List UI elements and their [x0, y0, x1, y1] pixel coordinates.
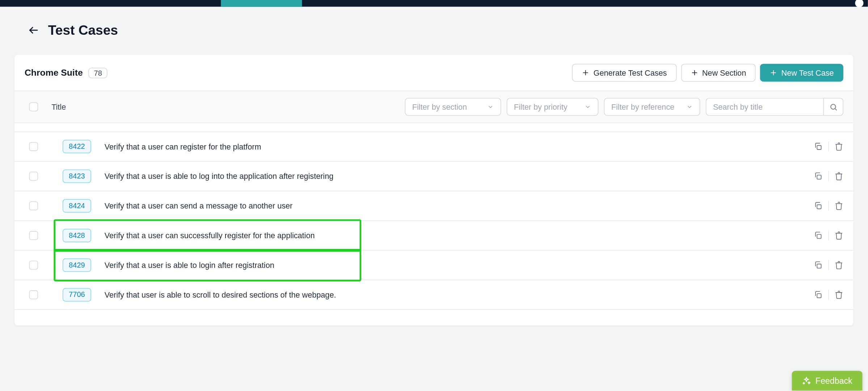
back-arrow-icon[interactable] [28, 25, 39, 36]
row-checkbox[interactable] [29, 261, 38, 270]
search-input[interactable] [706, 98, 823, 115]
filter-priority-select[interactable]: Filter by priority [507, 98, 598, 115]
filter-section-placeholder: Filter by section [412, 102, 467, 112]
column-header-title: Title [51, 102, 66, 112]
card-footer [14, 310, 854, 325]
active-nav-indicator [221, 0, 302, 7]
new-section-button[interactable]: New Section [681, 64, 755, 81]
test-case-id-chip[interactable]: 8424 [63, 199, 91, 213]
trash-icon[interactable] [834, 261, 843, 270]
filter-priority-placeholder: Filter by priority [514, 102, 568, 112]
search-wrap [706, 98, 843, 115]
trash-icon[interactable] [834, 231, 843, 240]
plus-icon [770, 69, 778, 77]
table-row[interactable]: 7706Verify that user is able to scroll t… [14, 280, 854, 310]
generate-test-cases-button[interactable]: Generate Test Cases [572, 64, 677, 81]
copy-icon[interactable] [814, 290, 823, 299]
svg-rect-13 [817, 264, 821, 268]
spacer-row [14, 123, 854, 132]
chevron-down-icon [487, 104, 494, 110]
test-case-id-chip[interactable]: 8422 [63, 140, 91, 153]
page-header: Test Cases [0, 7, 868, 48]
chevron-down-icon [585, 104, 591, 110]
table-row[interactable]: 8422Verify that a user can register for … [14, 132, 854, 162]
row-checkbox[interactable] [29, 290, 38, 299]
suite-name-text: Chrome Suite [25, 68, 83, 78]
avatar[interactable] [855, 0, 863, 7]
filter-reference-placeholder: Filter by reference [611, 102, 674, 112]
filter-section-select[interactable]: Filter by section [405, 98, 501, 115]
row-checkbox[interactable] [29, 172, 38, 181]
trash-icon[interactable] [834, 172, 843, 181]
feedback-button[interactable]: Feedback [792, 371, 862, 390]
row-actions [814, 142, 843, 152]
test-case-title: Verify that a user is able to log into t… [105, 172, 333, 181]
action-divider [828, 260, 829, 270]
test-case-id-chip[interactable]: 7706 [63, 288, 91, 302]
copy-icon[interactable] [814, 231, 823, 240]
suite-name: Chrome Suite 78 [25, 67, 108, 78]
row-actions [814, 290, 843, 300]
row-actions [814, 201, 843, 211]
header-actions: Generate Test Cases New Section New Test… [572, 64, 843, 81]
plus-icon [690, 69, 698, 77]
trash-icon[interactable] [834, 290, 843, 299]
row-actions [814, 260, 843, 270]
search-icon [829, 103, 837, 111]
row-checkbox[interactable] [29, 231, 38, 240]
action-divider [828, 201, 829, 211]
feedback-label: Feedback [816, 376, 852, 385]
copy-icon[interactable] [814, 172, 823, 181]
action-divider [828, 231, 829, 241]
svg-rect-14 [817, 294, 821, 298]
action-divider [828, 142, 829, 152]
svg-rect-9 [817, 146, 821, 150]
action-divider [828, 290, 829, 300]
svg-rect-11 [817, 205, 821, 209]
row-checkbox[interactable] [29, 201, 38, 210]
test-case-title: Verify that a user is able to login afte… [105, 261, 274, 270]
svg-line-8 [835, 109, 837, 110]
action-divider [828, 171, 829, 181]
row-checkbox[interactable] [29, 142, 38, 151]
top-nav-bar [0, 0, 868, 7]
chevron-down-icon [686, 104, 693, 110]
svg-point-7 [830, 104, 835, 109]
select-all-checkbox[interactable] [29, 102, 38, 112]
table-row[interactable]: 8424Verify that a user can send a messag… [14, 191, 854, 221]
copy-icon[interactable] [814, 201, 823, 210]
row-actions [814, 231, 843, 241]
test-case-id-chip[interactable]: 8429 [63, 258, 91, 272]
test-case-id-chip[interactable]: 8428 [63, 229, 91, 242]
test-cases-card: Chrome Suite 78 Generate Test Cases New … [14, 55, 854, 325]
plus-icon [582, 69, 590, 77]
trash-icon[interactable] [834, 201, 843, 210]
generate-label: Generate Test Cases [594, 68, 667, 77]
copy-icon[interactable] [814, 261, 823, 270]
row-actions [814, 171, 843, 181]
sparkle-icon [802, 376, 811, 385]
table-row[interactable]: 8429Verify that a user is able to login … [14, 251, 854, 280]
test-case-title: Verify that a user can register for the … [105, 142, 261, 151]
test-case-id-chip[interactable]: 8423 [63, 169, 91, 183]
table-row[interactable]: 8423Verify that a user is able to log in… [14, 162, 854, 192]
search-button[interactable] [823, 98, 843, 115]
suite-count-badge: 78 [88, 67, 108, 78]
new-section-label: New Section [702, 68, 746, 77]
new-test-case-button[interactable]: New Test Case [760, 64, 843, 81]
test-case-title: Verify that a user can successfully regi… [105, 231, 315, 240]
page-title: Test Cases [48, 22, 118, 38]
table-row[interactable]: 8428Verify that a user can successfully … [14, 221, 854, 251]
test-case-title: Verify that a user can send a message to… [105, 201, 292, 210]
test-case-title: Verify that user is able to scroll to de… [105, 290, 336, 299]
svg-rect-12 [817, 234, 821, 238]
new-test-case-label: New Test Case [781, 68, 834, 77]
copy-icon[interactable] [814, 142, 823, 151]
filter-reference-select[interactable]: Filter by reference [604, 98, 700, 115]
trash-icon[interactable] [834, 142, 843, 151]
filters-row: Title Filter by section Filter by priori… [14, 91, 854, 123]
card-header: Chrome Suite 78 Generate Test Cases New … [14, 55, 854, 91]
svg-rect-10 [817, 175, 821, 179]
